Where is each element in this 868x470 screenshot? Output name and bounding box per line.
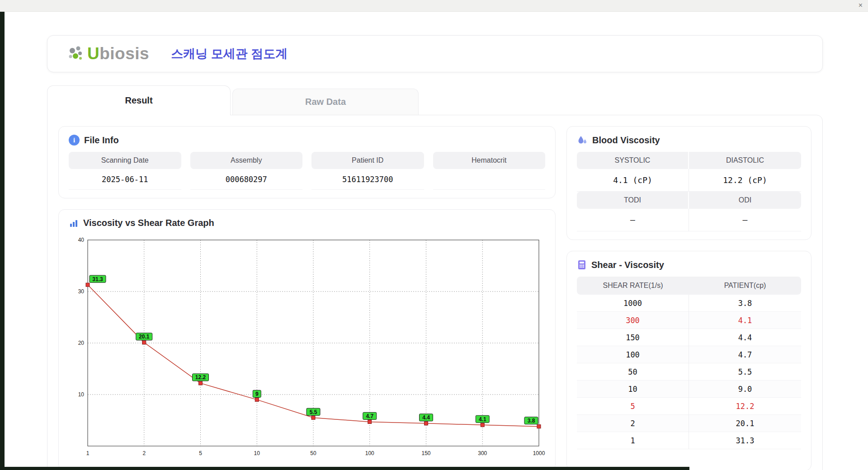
graph-title: Viscosity vs Shear Rate Graph <box>83 218 214 228</box>
diastolic-value: 12.2 (cP) <box>689 169 801 192</box>
shear-rate-cell: 2 <box>577 415 689 432</box>
svg-text:20.1: 20.1 <box>139 334 150 340</box>
table-icon <box>577 259 587 270</box>
graph-header: Viscosity vs Shear Rate Graph <box>69 218 545 228</box>
table-header-row: SHEAR RATE(1/s) PATIENT(cp) <box>577 277 801 295</box>
col-shear-rate: SHEAR RATE(1/s) <box>577 277 689 295</box>
table-row: 2 20.1 <box>577 415 801 432</box>
svg-text:12.2: 12.2 <box>195 374 206 381</box>
shear-rate-cell: 10 <box>577 381 689 398</box>
systolic-header: SYSTOLIC <box>577 152 689 169</box>
svg-text:20: 20 <box>78 340 85 346</box>
field-patient-id: Patient ID 51611923700 <box>311 152 424 190</box>
blood-viscosity-header: Blood Viscosity <box>577 135 801 146</box>
brand-rest: biosis <box>99 44 149 63</box>
todi-value: – <box>577 209 689 231</box>
svg-text:150: 150 <box>421 450 430 456</box>
shear-rate-cell: 1000 <box>577 295 689 312</box>
graph-card: Viscosity vs Shear Rate Graph 1020304012… <box>58 209 556 470</box>
table-row: 150 4.4 <box>577 329 801 346</box>
shear-viscosity-table: SHEAR RATE(1/s) PATIENT(cp) 1000 3.8 300… <box>577 277 801 449</box>
field-scanning-date: Scanning Date 2025-06-11 <box>69 152 181 190</box>
result-panel: i File Info Scanning Date 2025-06-11 Ass… <box>47 115 823 470</box>
blood-viscosity-title: Blood Viscosity <box>592 135 660 146</box>
svg-text:10: 10 <box>78 391 85 398</box>
shear-rate-cell: 100 <box>577 346 689 363</box>
svg-text:9: 9 <box>255 391 259 397</box>
hematocrit-value <box>433 169 546 190</box>
systolic-value: 4.1 (cP) <box>577 169 689 192</box>
odi-value: – <box>689 209 801 231</box>
table-row: 300 4.1 <box>577 312 801 329</box>
svg-text:5.5: 5.5 <box>310 409 317 415</box>
shear-rate-cell: 5 <box>577 398 689 415</box>
patient-cell: 4.4 <box>689 329 801 346</box>
blood-viscosity-grid: SYSTOLIC DIASTOLIC 4.1 (cP) 12.2 (cP) TO… <box>577 152 801 231</box>
shear-rate-cell: 1 <box>577 432 689 449</box>
svg-text:1: 1 <box>86 450 90 456</box>
field-assembly: Assembly 000680297 <box>190 152 303 190</box>
svg-text:30: 30 <box>78 288 85 295</box>
desktop-edge-bottom <box>5 467 689 470</box>
diastolic-header: DIASTOLIC <box>689 152 801 169</box>
brand-name: Ubiosis <box>87 44 149 63</box>
svg-text:10: 10 <box>254 450 260 456</box>
tab-bar: Result Raw Data <box>47 85 823 115</box>
patient-cell: 3.8 <box>689 295 801 312</box>
table-row: 5 12.2 <box>577 398 801 415</box>
patient-cell: 4.1 <box>689 312 801 329</box>
table-row: 50 5.5 <box>577 363 801 381</box>
shear-rate-cell: 50 <box>577 363 689 381</box>
table-row: 10 9.0 <box>577 381 801 398</box>
info-icon: i <box>69 135 80 146</box>
patient-cell: 20.1 <box>689 415 801 432</box>
page-title: 스캐닝 모세관 점도계 <box>171 46 288 62</box>
file-info-fields: Scanning Date 2025-06-11 Assembly 000680… <box>69 152 545 190</box>
close-icon[interactable]: × <box>859 1 863 10</box>
patient-id-label: Patient ID <box>311 152 424 169</box>
right-column: Blood Viscosity SYSTOLIC DIASTOLIC 4.1 (… <box>566 126 811 470</box>
scanning-date-value: 2025-06-11 <box>69 169 181 190</box>
brand-u: U <box>87 44 99 63</box>
shear-rate-cell: 150 <box>577 329 689 346</box>
desktop-edge-left <box>0 12 5 470</box>
todi-header: TODI <box>577 192 689 209</box>
col-patient: PATIENT(cp) <box>689 277 801 295</box>
patient-cell: 31.3 <box>689 432 801 449</box>
droplet-icon <box>577 135 588 146</box>
svg-text:100: 100 <box>365 450 374 456</box>
shear-rate-cell: 300 <box>577 312 689 329</box>
svg-text:4.4: 4.4 <box>422 414 430 421</box>
tab-result[interactable]: Result <box>47 85 231 115</box>
bar-chart-icon <box>69 218 79 228</box>
patient-id-value: 51611923700 <box>311 169 424 190</box>
shear-viscosity-header: Shear - Viscosity <box>577 259 801 270</box>
table-row: 100 4.7 <box>577 346 801 363</box>
assembly-label: Assembly <box>190 152 303 169</box>
assembly-value: 000680297 <box>190 169 303 190</box>
svg-text:3.8: 3.8 <box>528 418 535 424</box>
svg-text:31.3: 31.3 <box>92 276 103 282</box>
odi-header: ODI <box>689 192 801 209</box>
field-hematocrit: Hematocrit <box>433 152 546 190</box>
viscosity-chart: 102030401251050100150300100031.320.112.2… <box>69 235 546 461</box>
file-info-header: i File Info <box>69 135 545 146</box>
file-info-card: i File Info Scanning Date 2025-06-11 Ass… <box>58 126 556 198</box>
left-column: i File Info Scanning Date 2025-06-11 Ass… <box>58 126 556 470</box>
shear-viscosity-card: Shear - Viscosity SHEAR RATE(1/s) PATIEN… <box>566 251 811 470</box>
table-row: 1000 3.8 <box>577 295 801 312</box>
patient-cell: 5.5 <box>689 363 801 381</box>
file-info-title: File Info <box>84 135 119 146</box>
svg-text:4.1: 4.1 <box>479 416 486 423</box>
svg-text:5: 5 <box>199 450 202 456</box>
svg-text:50: 50 <box>310 450 316 456</box>
svg-text:40: 40 <box>78 237 85 243</box>
svg-text:1000: 1000 <box>533 450 545 456</box>
window-title-bar: × <box>0 0 868 12</box>
tab-raw-data[interactable]: Raw Data <box>232 89 419 115</box>
scanning-date-label: Scanning Date <box>69 152 181 169</box>
patient-cell: 12.2 <box>689 398 801 415</box>
app-window: Ubiosis 스캐닝 모세관 점도계 Result Raw Data i Fi… <box>47 35 823 470</box>
patient-cell: 4.7 <box>689 346 801 363</box>
table-row: 1 31.3 <box>577 432 801 449</box>
